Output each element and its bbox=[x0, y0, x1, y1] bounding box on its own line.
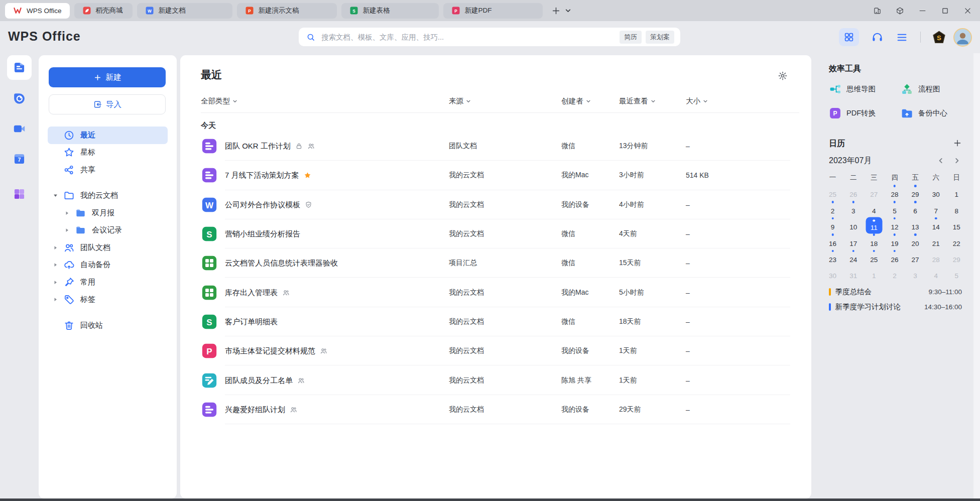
sidebar-item-trash[interactable]: 回收站 bbox=[48, 317, 168, 334]
tab-document-2[interactable]: W新建文档 bbox=[137, 3, 232, 19]
sidebar-item-folder[interactable]: 会议记录 bbox=[48, 222, 168, 239]
calendar-day[interactable]: 6 bbox=[905, 200, 926, 216]
calendar-day[interactable]: 23 bbox=[822, 249, 843, 266]
calendar-day[interactable]: 30 bbox=[926, 184, 946, 200]
search-chip[interactable]: 简历 bbox=[620, 31, 642, 44]
tree-right-arrow-icon[interactable] bbox=[51, 263, 63, 267]
sidebar-item-star[interactable]: 星标 bbox=[48, 144, 168, 162]
file-row[interactable]: P市场主体登记提交材料规范我的云文档我的设备1天前– bbox=[180, 336, 811, 365]
calendar-day[interactable]: 25 bbox=[864, 249, 884, 266]
calendar-day[interactable]: 5 bbox=[884, 200, 905, 216]
calendar-day[interactable]: 28 bbox=[926, 249, 946, 266]
tool-backup[interactable]: 备份中心 bbox=[901, 106, 947, 120]
minimize-window-button[interactable] bbox=[918, 7, 927, 15]
calendar-day[interactable]: 22 bbox=[946, 233, 967, 249]
tab-document-1[interactable]: 稻壳商城 bbox=[74, 3, 133, 19]
cube-window-button[interactable] bbox=[896, 7, 904, 15]
file-row[interactable]: 团队成员及分工名单我的云文档陈旭 共享1天前– bbox=[180, 365, 811, 395]
close-window-button[interactable] bbox=[963, 7, 972, 15]
filter-0[interactable]: 全部类型 bbox=[201, 96, 237, 106]
tool-flowchart[interactable]: 流程图 bbox=[901, 82, 940, 96]
device-window-button[interactable] bbox=[873, 7, 882, 15]
maximize-window-button[interactable] bbox=[941, 7, 949, 15]
calendar-day[interactable]: 17 bbox=[843, 233, 864, 249]
tree-right-arrow-icon[interactable] bbox=[62, 228, 75, 232]
file-row[interactable]: 7 月线下活动策划方案我的云文档我的Mac3小时前514 KB bbox=[180, 161, 811, 190]
sidebar-item-team[interactable]: 团队文档 bbox=[48, 239, 168, 257]
calendar-day[interactable]: 3 bbox=[843, 200, 864, 216]
rail-calendar-7-icon[interactable]: 7 bbox=[7, 147, 32, 171]
calendar-prev-button[interactable] bbox=[937, 157, 944, 164]
rail-apps-icon[interactable] bbox=[7, 182, 32, 206]
rail-chat-icon[interactable] bbox=[7, 86, 32, 111]
import-button[interactable]: 导入 bbox=[49, 94, 166, 114]
rail-docs-icon[interactable] bbox=[7, 55, 32, 80]
calendar-day[interactable]: 15 bbox=[946, 217, 967, 233]
file-row[interactable]: 云文档管人员信息统计表理器验收项目汇总微信15天前– bbox=[180, 248, 811, 278]
calendar-event[interactable]: 新季度学习计划讨论14:30–16:00 bbox=[829, 299, 962, 314]
add-event-button[interactable] bbox=[953, 139, 962, 148]
calendar-day[interactable]: 9 bbox=[822, 217, 843, 233]
calendar-day[interactable]: 24 bbox=[843, 249, 864, 266]
tree-right-arrow-icon[interactable] bbox=[51, 280, 63, 285]
search-chip[interactable]: 策划案 bbox=[646, 31, 674, 44]
file-row[interactable]: S客户订单明细表我的云文档微信18天前– bbox=[180, 307, 811, 336]
calendar-day[interactable]: 26 bbox=[884, 249, 905, 266]
calendar-day[interactable]: 14 bbox=[926, 217, 946, 233]
file-row[interactable]: 兴趣爱好组队计划我的云文档我的设备29天前– bbox=[180, 395, 811, 424]
tree-down-arrow-icon[interactable] bbox=[51, 193, 63, 198]
calendar-day[interactable]: 29 bbox=[905, 184, 926, 200]
new-document-button[interactable]: 新建 bbox=[49, 67, 166, 87]
calendar-day[interactable]: 30 bbox=[822, 266, 843, 282]
user-avatar[interactable] bbox=[953, 28, 972, 47]
calendar-day[interactable]: 7 bbox=[926, 200, 946, 216]
tab-document-5[interactable]: P新建PDF bbox=[443, 3, 543, 19]
calendar-day[interactable]: 13 bbox=[905, 217, 926, 233]
filter-3[interactable]: 最近查看 bbox=[619, 96, 656, 106]
tab-document-3[interactable]: P新建演示文稿 bbox=[237, 3, 337, 19]
sidebar-item-clock[interactable]: 最近 bbox=[48, 127, 168, 144]
sidebar-item-pin[interactable]: 常用 bbox=[48, 274, 168, 291]
calendar-day[interactable]: 2 bbox=[884, 266, 905, 282]
file-row[interactable]: S营销小组业绩分析报告我的云文档微信4天前– bbox=[180, 219, 811, 248]
calendar-day[interactable]: 4 bbox=[864, 200, 884, 216]
calendar-day[interactable]: 10 bbox=[843, 217, 864, 233]
calendar-day[interactable]: 4 bbox=[926, 266, 946, 282]
calendar-day[interactable]: 19 bbox=[884, 233, 905, 249]
tool-mindmap[interactable]: 思维导图 bbox=[829, 82, 876, 96]
tool-pdf-convert[interactable]: PPDF转换 bbox=[829, 106, 876, 120]
calendar-day[interactable]: 31 bbox=[843, 266, 864, 282]
calendar-day-selected[interactable]: 11 bbox=[864, 217, 884, 233]
sidebar-item-folder[interactable]: 双月报 bbox=[48, 204, 168, 222]
calendar-event[interactable]: 季度总结会9:30–11:00 bbox=[829, 284, 962, 299]
global-search-bar[interactable]: 简历策划案 bbox=[299, 28, 680, 46]
member-svip-badge[interactable]: S bbox=[932, 30, 946, 45]
tab-list-chevron-down-icon[interactable] bbox=[565, 8, 571, 14]
tab-home[interactable]: WPS Office bbox=[5, 3, 70, 19]
file-row[interactable]: 库存出入管理表我的云文档我的Mac5小时前– bbox=[180, 278, 811, 307]
tree-right-arrow-icon[interactable] bbox=[51, 297, 63, 302]
calendar-day[interactable]: 16 bbox=[822, 233, 843, 249]
tab-document-4[interactable]: S新建表格 bbox=[341, 3, 439, 19]
scrollbar-track[interactable] bbox=[973, 53, 980, 498]
calendar-day[interactable]: 25 bbox=[822, 184, 843, 200]
calendar-day[interactable]: 5 bbox=[946, 266, 967, 282]
calendar-day[interactable]: 26 bbox=[843, 184, 864, 200]
support-headset-button[interactable] bbox=[871, 31, 884, 44]
sidebar-item-folder-open[interactable]: 我的云文档 bbox=[48, 187, 168, 205]
calendar-day[interactable]: 28 bbox=[884, 184, 905, 200]
calendar-day[interactable]: 27 bbox=[905, 249, 926, 266]
new-tab-button[interactable] bbox=[551, 6, 561, 16]
filter-2[interactable]: 创建者 bbox=[561, 96, 591, 106]
calendar-next-button[interactable] bbox=[953, 157, 960, 164]
calendar-day[interactable]: 20 bbox=[905, 233, 926, 249]
sidebar-item-cloud[interactable]: 自动备份 bbox=[48, 257, 168, 274]
calendar-day[interactable]: 8 bbox=[946, 200, 967, 216]
filter-4[interactable]: 大小 bbox=[686, 96, 708, 106]
main-menu-button[interactable] bbox=[896, 31, 908, 44]
search-input[interactable] bbox=[320, 33, 616, 42]
calendar-day[interactable]: 21 bbox=[926, 233, 946, 249]
file-row[interactable]: 团队 OKR 工作计划团队文档微信13分钟前– bbox=[180, 132, 811, 161]
calendar-day[interactable]: 2 bbox=[822, 200, 843, 216]
calendar-day[interactable]: 29 bbox=[946, 249, 967, 266]
